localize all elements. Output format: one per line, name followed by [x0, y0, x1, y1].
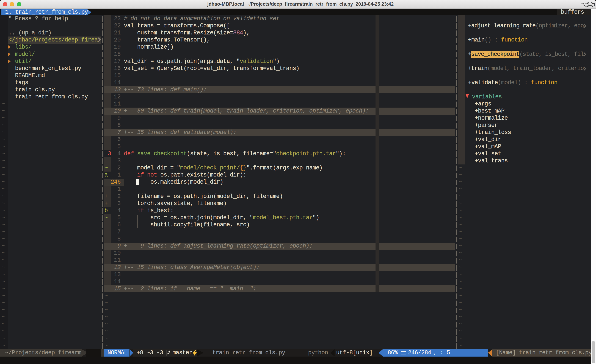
svg-text:1: 1: [593, 2, 595, 7]
